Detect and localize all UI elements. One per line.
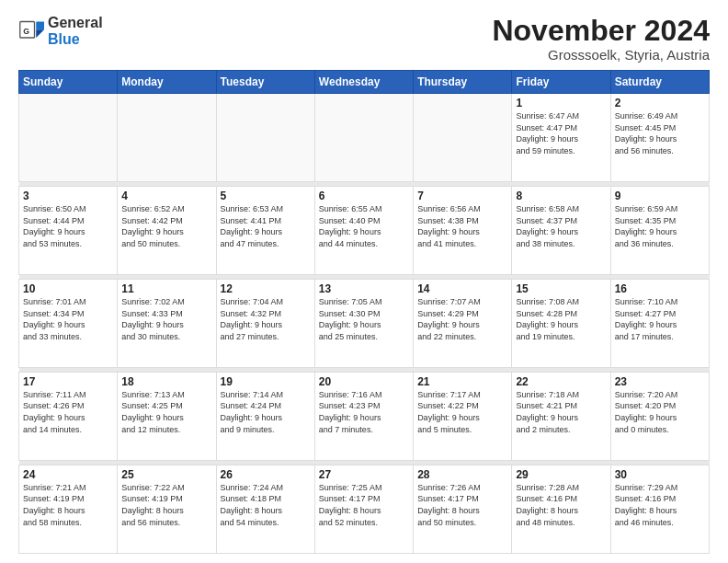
day-number: 12: [221, 282, 311, 295]
day-info: Sunrise: 7:10 AM Sunset: 4:27 PM Dayligh…: [615, 296, 705, 342]
day-info: Sunrise: 7:04 AM Sunset: 4:32 PM Dayligh…: [221, 296, 311, 342]
day-info: Sunrise: 6:50 AM Sunset: 4:44 PM Dayligh…: [23, 203, 113, 249]
header-cell-wednesday: Wednesday: [314, 71, 413, 94]
day-cell: 19Sunrise: 7:14 AM Sunset: 4:24 PM Dayli…: [216, 372, 314, 460]
day-info: Sunrise: 7:20 AM Sunset: 4:20 PM Dayligh…: [615, 389, 705, 435]
svg-marker-1: [36, 29, 44, 38]
day-cell: 5Sunrise: 6:53 AM Sunset: 4:41 PM Daylig…: [216, 187, 314, 275]
day-info: Sunrise: 6:47 AM Sunset: 4:47 PM Dayligh…: [516, 110, 606, 156]
day-info: Sunrise: 7:29 AM Sunset: 4:16 PM Dayligh…: [615, 482, 705, 528]
calendar-header-row: SundayMondayTuesdayWednesdayThursdayFrid…: [19, 71, 710, 94]
day-cell: 7Sunrise: 6:56 AM Sunset: 4:38 PM Daylig…: [414, 187, 512, 275]
day-cell: [314, 94, 413, 182]
day-cell: [118, 94, 216, 182]
day-cell: 12Sunrise: 7:04 AM Sunset: 4:32 PM Dayli…: [216, 279, 314, 367]
day-number: 28: [417, 468, 507, 481]
header-cell-tuesday: Tuesday: [216, 71, 314, 94]
day-cell: [19, 94, 118, 182]
svg-text:G: G: [23, 27, 29, 36]
day-info: Sunrise: 7:02 AM Sunset: 4:33 PM Dayligh…: [121, 296, 211, 342]
header: G General Blue November 2024 Grosssoelk,…: [18, 15, 710, 63]
day-number: 26: [221, 468, 311, 481]
day-info: Sunrise: 6:53 AM Sunset: 4:41 PM Dayligh…: [221, 203, 311, 249]
day-cell: 11Sunrise: 7:02 AM Sunset: 4:33 PM Dayli…: [118, 279, 216, 367]
day-number: 19: [221, 375, 311, 388]
week-row-1: 3Sunrise: 6:50 AM Sunset: 4:44 PM Daylig…: [19, 187, 710, 275]
day-cell: 16Sunrise: 7:10 AM Sunset: 4:27 PM Dayli…: [610, 279, 709, 367]
day-number: 14: [417, 282, 507, 295]
day-cell: 10Sunrise: 7:01 AM Sunset: 4:34 PM Dayli…: [19, 279, 118, 367]
day-cell: 24Sunrise: 7:21 AM Sunset: 4:19 PM Dayli…: [19, 465, 118, 553]
day-info: Sunrise: 7:14 AM Sunset: 4:24 PM Dayligh…: [221, 389, 311, 435]
day-cell: 4Sunrise: 6:52 AM Sunset: 4:42 PM Daylig…: [118, 187, 216, 275]
day-info: Sunrise: 6:49 AM Sunset: 4:45 PM Dayligh…: [615, 110, 705, 156]
day-info: Sunrise: 6:59 AM Sunset: 4:35 PM Dayligh…: [615, 203, 705, 249]
day-number: 24: [23, 468, 113, 481]
day-cell: 14Sunrise: 7:07 AM Sunset: 4:29 PM Dayli…: [414, 279, 512, 367]
calendar-title: November 2024: [492, 15, 710, 47]
week-row-3: 17Sunrise: 7:11 AM Sunset: 4:26 PM Dayli…: [19, 372, 710, 460]
day-cell: 15Sunrise: 7:08 AM Sunset: 4:28 PM Dayli…: [512, 279, 610, 367]
day-cell: 1Sunrise: 6:47 AM Sunset: 4:47 PM Daylig…: [512, 94, 610, 182]
day-number: 25: [121, 468, 211, 481]
day-number: 16: [615, 282, 705, 295]
day-number: 15: [516, 282, 606, 295]
day-info: Sunrise: 7:24 AM Sunset: 4:18 PM Dayligh…: [221, 482, 311, 528]
day-info: Sunrise: 7:25 AM Sunset: 4:17 PM Dayligh…: [319, 482, 409, 528]
day-number: 9: [615, 190, 705, 202]
day-cell: 3Sunrise: 6:50 AM Sunset: 4:44 PM Daylig…: [19, 187, 118, 275]
logo-blue: Blue: [48, 31, 80, 47]
day-info: Sunrise: 7:13 AM Sunset: 4:25 PM Dayligh…: [121, 389, 211, 435]
calendar-subtitle: Grosssoelk, Styria, Austria: [492, 47, 710, 63]
day-cell: 9Sunrise: 6:59 AM Sunset: 4:35 PM Daylig…: [610, 187, 709, 275]
day-info: Sunrise: 7:18 AM Sunset: 4:21 PM Dayligh…: [516, 389, 606, 435]
header-cell-thursday: Thursday: [414, 71, 512, 94]
day-number: 11: [121, 282, 211, 295]
day-info: Sunrise: 6:56 AM Sunset: 4:38 PM Dayligh…: [417, 203, 507, 249]
day-cell: 28Sunrise: 7:26 AM Sunset: 4:17 PM Dayli…: [414, 465, 512, 553]
header-cell-saturday: Saturday: [610, 71, 709, 94]
day-info: Sunrise: 6:55 AM Sunset: 4:40 PM Dayligh…: [319, 203, 409, 249]
day-cell: [414, 94, 512, 182]
day-cell: 23Sunrise: 7:20 AM Sunset: 4:20 PM Dayli…: [610, 372, 709, 460]
header-cell-sunday: Sunday: [19, 71, 118, 94]
week-row-2: 10Sunrise: 7:01 AM Sunset: 4:34 PM Dayli…: [19, 279, 710, 367]
day-cell: 6Sunrise: 6:55 AM Sunset: 4:40 PM Daylig…: [314, 187, 413, 275]
day-number: 7: [417, 190, 507, 202]
day-info: Sunrise: 7:22 AM Sunset: 4:19 PM Dayligh…: [121, 482, 211, 528]
day-number: 27: [319, 468, 409, 481]
day-info: Sunrise: 7:21 AM Sunset: 4:19 PM Dayligh…: [23, 482, 113, 528]
day-number: 3: [23, 190, 113, 202]
day-cell: 13Sunrise: 7:05 AM Sunset: 4:30 PM Dayli…: [314, 279, 413, 367]
logo-icon: G: [18, 18, 44, 44]
day-cell: 30Sunrise: 7:29 AM Sunset: 4:16 PM Dayli…: [610, 465, 709, 553]
logo: G General Blue: [18, 15, 103, 48]
day-info: Sunrise: 7:11 AM Sunset: 4:26 PM Dayligh…: [23, 389, 113, 435]
day-number: 6: [319, 190, 409, 202]
page: G General Blue November 2024 Grosssoelk,…: [0, 0, 728, 563]
svg-marker-0: [36, 22, 44, 30]
header-cell-monday: Monday: [118, 71, 216, 94]
header-cell-friday: Friday: [512, 71, 610, 94]
day-cell: 22Sunrise: 7:18 AM Sunset: 4:21 PM Dayli…: [512, 372, 610, 460]
day-info: Sunrise: 7:28 AM Sunset: 4:16 PM Dayligh…: [516, 482, 606, 528]
day-cell: 8Sunrise: 6:58 AM Sunset: 4:37 PM Daylig…: [512, 187, 610, 275]
day-cell: 17Sunrise: 7:11 AM Sunset: 4:26 PM Dayli…: [19, 372, 118, 460]
day-info: Sunrise: 7:01 AM Sunset: 4:34 PM Dayligh…: [23, 296, 113, 342]
day-number: 17: [23, 375, 113, 388]
logo-general: General: [48, 15, 103, 30]
day-cell: 18Sunrise: 7:13 AM Sunset: 4:25 PM Dayli…: [118, 372, 216, 460]
day-info: Sunrise: 7:05 AM Sunset: 4:30 PM Dayligh…: [319, 296, 409, 342]
calendar-body: 1Sunrise: 6:47 AM Sunset: 4:47 PM Daylig…: [19, 94, 710, 554]
day-number: 10: [23, 282, 113, 295]
week-row-4: 24Sunrise: 7:21 AM Sunset: 4:19 PM Dayli…: [19, 465, 710, 553]
day-cell: 25Sunrise: 7:22 AM Sunset: 4:19 PM Dayli…: [118, 465, 216, 553]
day-info: Sunrise: 7:07 AM Sunset: 4:29 PM Dayligh…: [417, 296, 507, 342]
day-info: Sunrise: 7:16 AM Sunset: 4:23 PM Dayligh…: [319, 389, 409, 435]
day-number: 23: [615, 375, 705, 388]
week-row-0: 1Sunrise: 6:47 AM Sunset: 4:47 PM Daylig…: [19, 94, 710, 182]
day-cell: 29Sunrise: 7:28 AM Sunset: 4:16 PM Dayli…: [512, 465, 610, 553]
day-info: Sunrise: 7:17 AM Sunset: 4:22 PM Dayligh…: [417, 389, 507, 435]
day-cell: 26Sunrise: 7:24 AM Sunset: 4:18 PM Dayli…: [216, 465, 314, 553]
day-number: 30: [615, 468, 705, 481]
